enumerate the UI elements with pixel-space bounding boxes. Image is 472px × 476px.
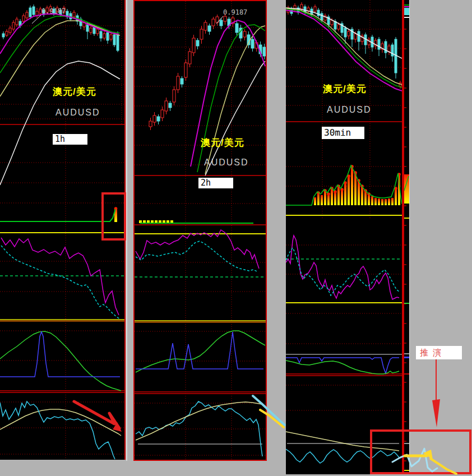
chart-panel-partial[interactable] xyxy=(403,0,410,473)
symbol-code: AUDUSD xyxy=(204,158,249,168)
chart-canvas-partial xyxy=(404,0,409,473)
chart-panel-1h[interactable]: 澳元/美元 AUDUSD 1h 0.9187 xyxy=(0,0,126,460)
chart-panel-30min[interactable]: 澳元/美元 AUDUSD 30min xyxy=(286,0,403,474)
price-tag: 0.9187 xyxy=(223,8,247,16)
trading-workspace: 澳元/美元 AUDUSD 1h 0.9187 澳元/美元 AUDUSD 2h 0… xyxy=(0,0,472,476)
symbol-code: AUDUSD xyxy=(327,105,372,115)
timeframe-label: 30min xyxy=(322,127,364,139)
deduction-label: 推演 xyxy=(416,346,462,359)
chart-canvas-2h xyxy=(135,1,266,460)
chart-panel-2h[interactable]: 澳元/美元 AUDUSD 2h 0.9187 xyxy=(133,0,267,461)
chart-canvas-1h xyxy=(0,0,124,460)
chart-canvas-30min xyxy=(286,0,402,474)
window-edge-highlight xyxy=(126,0,127,461)
price-tag: 0.9187 xyxy=(41,7,66,15)
symbol-name-cn: 澳元/美元 xyxy=(53,85,96,98)
symbol-name-cn: 澳元/美元 xyxy=(201,136,244,149)
timeframe-label: 1h xyxy=(53,134,87,145)
symbol-code: AUDUSD xyxy=(55,108,100,118)
symbol-name-cn: 澳元/美元 xyxy=(323,82,367,95)
timeframe-label: 2h xyxy=(198,178,233,188)
